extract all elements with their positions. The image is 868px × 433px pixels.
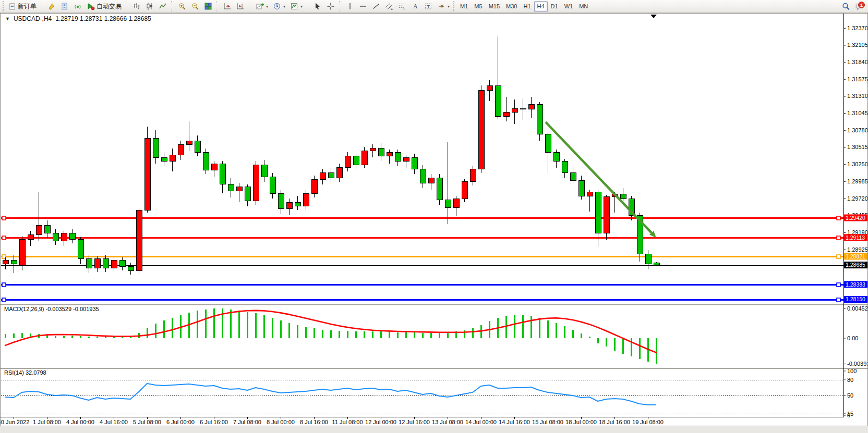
templates-button[interactable]: ▾ bbox=[288, 1, 305, 12]
timeframe-button-h1[interactable]: H1 bbox=[520, 1, 534, 12]
text-label-tool-button[interactable]: T bbox=[422, 1, 435, 12]
line-handle[interactable] bbox=[2, 255, 6, 258]
fibonacci-tool-button[interactable]: F bbox=[396, 1, 408, 12]
zoom-out-button[interactable] bbox=[189, 1, 201, 12]
timeframe-button-m30[interactable]: M30 bbox=[503, 1, 520, 12]
horizontal-lines[interactable] bbox=[1, 216, 843, 302]
candle-body bbox=[395, 152, 401, 161]
line-handle[interactable] bbox=[837, 283, 840, 287]
svg-text:12 Jul 16:00: 12 Jul 16:00 bbox=[399, 419, 430, 425]
svg-text:1.28383: 1.28383 bbox=[846, 281, 865, 288]
timeframe-button-m15[interactable]: M15 bbox=[486, 1, 503, 12]
indicators-button[interactable]: ▾ bbox=[254, 1, 270, 12]
collapse-triangle-icon[interactable]: ▼ bbox=[5, 16, 10, 21]
periods-button[interactable]: ▾ bbox=[271, 1, 287, 12]
search-button[interactable] bbox=[839, 1, 852, 12]
templates-icon bbox=[290, 2, 298, 10]
candle-body bbox=[453, 199, 459, 207]
svg-text:1.31575: 1.31575 bbox=[847, 76, 867, 82]
main-toolbar: 新订单 自动交易 ▾ ▾ bbox=[0, 0, 868, 13]
signals-button[interactable] bbox=[71, 1, 84, 12]
timeframe-button-h4[interactable]: H4 bbox=[534, 1, 548, 12]
svg-text:0.00: 0.00 bbox=[847, 335, 858, 341]
line-handle[interactable] bbox=[837, 298, 840, 302]
auto-trading-button[interactable]: 自动交易 bbox=[85, 1, 124, 12]
channel-tool-button[interactable]: E bbox=[383, 1, 395, 12]
rsi-line bbox=[5, 383, 656, 405]
candle-body bbox=[311, 179, 317, 193]
notification-badge: 1 bbox=[858, 2, 865, 8]
svg-text:19 Jul 08:00: 19 Jul 08:00 bbox=[632, 419, 664, 425]
toolbar-separator bbox=[249, 1, 251, 11]
timeframe-button-mn[interactable]: MN bbox=[576, 1, 591, 12]
timeframe-button-m1[interactable]: M1 bbox=[457, 1, 471, 12]
profile-icon bbox=[61, 2, 69, 10]
line-handle[interactable] bbox=[2, 236, 6, 240]
vertical-line-tool-button[interactable] bbox=[344, 1, 356, 12]
auto-scroll-button[interactable] bbox=[221, 1, 234, 12]
line-chart-button[interactable] bbox=[156, 1, 169, 12]
trendline-tool-button[interactable] bbox=[370, 1, 382, 12]
tile-windows-icon bbox=[204, 2, 212, 10]
line-handle[interactable] bbox=[837, 216, 840, 220]
svg-text:8 Jul 00:00: 8 Jul 00:00 bbox=[267, 419, 295, 425]
line-handle[interactable] bbox=[837, 255, 840, 258]
arrows-tool-button[interactable]: ▾ bbox=[435, 1, 452, 12]
styler-icon bbox=[47, 2, 56, 10]
zoom-out-icon bbox=[191, 2, 199, 10]
price-chart-canvas[interactable]: 1.323701.321051.318401.315751.313101.310… bbox=[1, 14, 867, 426]
candlestick-chart-button[interactable] bbox=[143, 1, 156, 12]
notifications-button[interactable]: 1 bbox=[853, 1, 866, 12]
toolbar-separator bbox=[41, 1, 43, 11]
zoom-in-button[interactable] bbox=[176, 1, 188, 12]
candle-body bbox=[128, 267, 134, 270]
toolbar-separator bbox=[307, 1, 309, 11]
new-order-button[interactable]: 新订单 bbox=[6, 1, 39, 12]
line-handle[interactable] bbox=[2, 216, 6, 220]
candle-body bbox=[161, 157, 167, 161]
equidistant-channel-icon: E bbox=[385, 2, 393, 10]
candle-body bbox=[78, 240, 83, 259]
candle-body bbox=[495, 85, 501, 116]
candle-body bbox=[111, 260, 117, 268]
horizontal-line-icon bbox=[359, 2, 367, 10]
rsi-axis-labels: 1008050150 bbox=[843, 368, 857, 418]
auto-trading-label: 自动交易 bbox=[97, 2, 122, 11]
rsi-levels bbox=[1, 380, 843, 414]
candle-body bbox=[562, 161, 568, 172]
tile-windows-button[interactable] bbox=[202, 1, 214, 12]
candle-body bbox=[236, 187, 242, 191]
candle-body bbox=[645, 254, 651, 264]
chart-title-bar[interactable]: ▼ USDCAD-,H4 1.28719 1.28731 1.28666 1.2… bbox=[5, 15, 151, 22]
toolbar-grip[interactable] bbox=[453, 1, 455, 11]
svg-text:13 Jul 08:00: 13 Jul 08:00 bbox=[432, 419, 463, 425]
svg-text:1.28150: 1.28150 bbox=[846, 296, 865, 302]
text-tool-button[interactable]: A bbox=[409, 1, 421, 12]
svg-text:4 Jul 16:00: 4 Jul 16:00 bbox=[100, 419, 128, 425]
candle-body bbox=[103, 259, 108, 268]
horizontal-line-tool-button[interactable] bbox=[357, 1, 369, 12]
chart-shift-button[interactable] bbox=[234, 1, 247, 12]
candle-body bbox=[320, 173, 326, 179]
line-handle[interactable] bbox=[2, 298, 6, 302]
cursor-tool-button[interactable] bbox=[311, 1, 324, 12]
time-axis-labels: 30 Jun 20221 Jul 08:004 Jul 00:004 Jul 1… bbox=[1, 417, 664, 425]
crosshair-tool-button[interactable] bbox=[324, 1, 337, 12]
arrow-symbols-icon bbox=[437, 2, 445, 10]
timeframe-button-d1[interactable]: D1 bbox=[548, 1, 561, 12]
toolbar-grip[interactable] bbox=[3, 1, 5, 11]
line-handle[interactable] bbox=[2, 283, 6, 287]
styler-button[interactable] bbox=[45, 1, 58, 12]
svg-text:1 Jul 08:00: 1 Jul 08:00 bbox=[33, 419, 61, 425]
candle-body bbox=[403, 157, 409, 161]
svg-text:11 Jul 08:00: 11 Jul 08:00 bbox=[332, 419, 363, 425]
svg-text:30 Jun 2022: 30 Jun 2022 bbox=[1, 419, 29, 425]
timeframe-button-w1[interactable]: W1 bbox=[561, 1, 576, 12]
chart-ohlc-values: 1.28719 1.28731 1.28666 1.28685 bbox=[55, 15, 151, 22]
bar-chart-button[interactable] bbox=[130, 1, 143, 12]
candle-body bbox=[19, 240, 25, 265]
timeframe-button-m5[interactable]: M5 bbox=[471, 1, 485, 12]
svg-text:T: T bbox=[427, 4, 430, 9]
profile-button[interactable] bbox=[58, 1, 71, 12]
line-handle[interactable] bbox=[837, 236, 840, 240]
